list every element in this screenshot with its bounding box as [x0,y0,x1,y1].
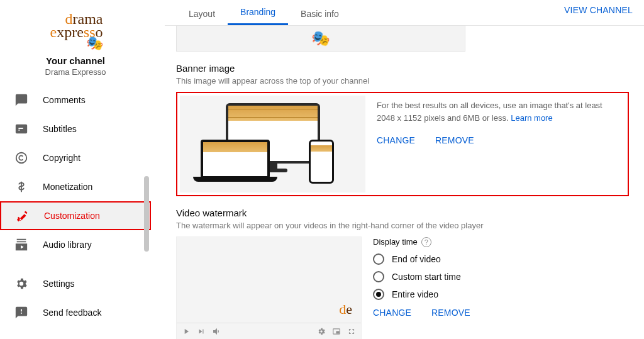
radio-entire-video[interactable]: Entire video [373,289,629,300]
radio-icon [373,253,384,265]
previous-section-preview: 🎭 [176,25,465,52]
feedback-icon [14,305,29,320]
sidebar-item-subtitles[interactable]: Subtitles [0,114,151,143]
monetization-icon [14,179,29,194]
subtitles-icon [14,121,29,136]
sidebar-item-label: Subtitles [43,124,77,134]
watermark-section: Video watermark The watermark will appea… [176,208,629,339]
tab-branding[interactable]: Branding [228,7,288,25]
banner-section-title: Banner image [176,63,629,74]
sidebar-item-settings[interactable]: Settings [0,269,151,298]
sidebar-item-audio-library[interactable]: Audio library [0,230,151,259]
banner-card: For the best results on all devices, use… [176,92,629,196]
sidebar-item-label: Settings [43,279,75,289]
sidebar-item-monetization[interactable]: Monetization [0,172,151,201]
scrollbar-thumb[interactable] [144,176,149,252]
banner-change-button[interactable]: CHANGE [377,135,415,145]
settings-gear-icon[interactable] [317,327,326,336]
logo-thumb: 🎭 [311,30,330,47]
sidebar-item-feedback[interactable]: Send feedback [0,298,151,327]
watermark-change-button[interactable]: CHANGE [373,308,411,318]
display-time-label: Display time ? [373,237,431,247]
fullscreen-icon[interactable] [347,327,356,336]
tab-basic-info[interactable]: Basic info [288,9,352,25]
svg-point-0 [16,153,27,164]
banner-guidance-text: For the best results on all devices, use… [377,101,602,123]
radio-icon [373,289,384,300]
radio-label: End of video [392,254,441,264]
channel-name: Drama Expresso [45,67,106,77]
banner-info: For the best results on all devices, use… [365,96,625,192]
radio-icon [373,271,384,282]
sidebar-item-label: Comments [43,95,86,105]
banner-remove-button[interactable]: REMOVE [435,135,474,145]
miniplayer-icon[interactable] [332,327,341,336]
radio-custom-start[interactable]: Custom start time [373,271,629,282]
watermark-video-preview: de [176,236,362,339]
main-content: VIEW CHANNEL Layout Branding Basic info … [151,0,644,339]
tab-layout[interactable]: Layout [176,9,228,25]
sidebar: drama expresso 🎭 Your channel Drama Expr… [0,0,151,339]
channel-logo: drama expresso 🎭 [25,9,126,53]
banner-device-preview [180,96,365,192]
sidebar-item-label: Monetization [43,182,92,192]
radio-end-of-video[interactable]: End of video [373,253,629,265]
radio-label: Custom start time [392,272,461,282]
volume-icon[interactable] [212,326,222,336]
sidebar-item-label: Audio library [43,240,92,250]
player-controls [177,323,361,339]
sidebar-item-label: Send feedback [43,308,101,318]
masks-icon: 🎭 [86,37,103,50]
radio-label: Entire video [392,289,438,299]
watermark-options: Display time ? End of video Custom start… [362,236,629,339]
play-icon[interactable] [182,327,191,336]
watermark-thumbnail: de [339,301,352,318]
banner-section: Banner image This image will appear acro… [176,63,629,196]
learn-more-link[interactable]: Learn more [511,113,552,123]
sidebar-item-label: Copyright [43,153,80,163]
settings-icon [14,276,29,291]
sidebar-item-comments[interactable]: Comments [0,86,151,114]
banner-section-subtitle: This image will appear across the top of… [176,76,629,86]
watermark-section-title: Video watermark [176,208,629,218]
audio-library-icon [14,237,29,252]
copyright-icon [14,150,29,165]
sidebar-item-label: Customization [44,211,100,221]
banner-guidance: For the best results on all devices, use… [377,99,619,124]
next-icon[interactable] [197,327,206,336]
sidebar-nav: Comments Subtitles Copyright Monetizatio… [0,86,151,327]
svg-rect-2 [336,331,339,333]
your-channel-label: Your channel [46,55,105,66]
comment-icon [14,92,29,108]
sidebar-item-customization[interactable]: Customization [0,201,151,230]
help-icon[interactable]: ? [421,237,431,247]
view-channel-link[interactable]: VIEW CHANNEL [564,5,633,15]
watermark-section-subtitle: The watermark will appear on your videos… [176,221,629,230]
channel-block: drama expresso 🎭 Your channel Drama Expr… [0,0,151,86]
customization-icon [15,208,30,223]
sidebar-item-copyright[interactable]: Copyright [0,143,151,172]
watermark-remove-button[interactable]: REMOVE [431,308,470,318]
